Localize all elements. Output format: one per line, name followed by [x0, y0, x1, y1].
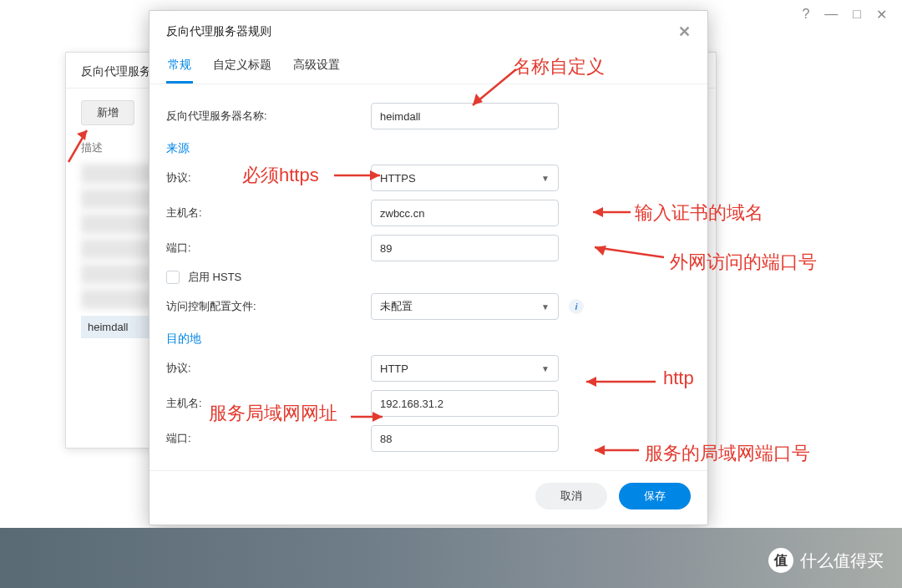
anno-name: 名称自定义: [513, 54, 605, 79]
save-button[interactable]: 保存: [619, 483, 691, 509]
section-source: 来源: [166, 141, 691, 156]
dst-protocol-select[interactable]: HTTP▼: [371, 355, 559, 382]
dst-host-value: 192.168.31.2: [380, 398, 443, 410]
src-host-input[interactable]: zwbcc.cn: [371, 200, 559, 226]
label-acl: 访问控制配置文件:: [166, 299, 371, 314]
anno-lan-addr: 服务局域网网址: [209, 401, 337, 426]
dst-protocol-value: HTTP: [380, 362, 408, 375]
anno-lan-port: 服务的局域网端口号: [645, 441, 810, 466]
add-button[interactable]: 新增: [81, 100, 134, 125]
dst-port-input[interactable]: 88: [371, 425, 559, 452]
src-port-value: 89: [380, 242, 392, 255]
minimize-icon[interactable]: —: [824, 7, 838, 23]
hsts-checkbox[interactable]: 启用 HSTS: [166, 270, 241, 285]
src-port-input[interactable]: 89: [371, 235, 559, 261]
label-src-port: 端口:: [166, 241, 371, 256]
tab-custom-header[interactable]: 自定义标题: [211, 49, 273, 84]
info-icon[interactable]: i: [569, 299, 584, 314]
name-input[interactable]: heimdall: [371, 103, 559, 129]
label-src-host: 主机名:: [166, 205, 371, 220]
dst-host-input[interactable]: 192.168.31.2: [371, 390, 559, 417]
chevron-down-icon: ▼: [541, 302, 550, 312]
chevron-down-icon: ▼: [541, 364, 550, 373]
anno-https: 必须https: [242, 163, 319, 188]
bottom-strip: [0, 528, 902, 588]
src-protocol-value: HTTPS: [380, 172, 416, 185]
src-host-value: zwbcc.cn: [380, 207, 424, 220]
hsts-label: 启用 HSTS: [188, 270, 241, 285]
src-protocol-select[interactable]: HTTPS▼: [371, 165, 559, 191]
checkbox-icon: [166, 271, 180, 284]
anno-http: http: [663, 368, 694, 389]
tab-advanced[interactable]: 高级设置: [291, 49, 342, 84]
tab-general[interactable]: 常规: [166, 49, 193, 84]
anno-wan-port: 外网访问的端口号: [670, 250, 817, 275]
close-icon[interactable]: ✕: [678, 23, 691, 41]
rule-dialog: 反向代理服务器规则 ✕ 常规 自定义标题 高级设置 反向代理服务器名称: hei…: [149, 10, 708, 525]
watermark: 值 什么值得买: [768, 548, 884, 573]
chevron-down-icon: ▼: [541, 174, 550, 183]
section-dest: 目的地: [166, 332, 691, 347]
name-value: heimdall: [380, 110, 420, 123]
dialog-title: 反向代理服务器规则: [166, 24, 271, 39]
label-dst-port: 端口:: [166, 431, 371, 446]
dst-port-value: 88: [380, 433, 392, 445]
close-window-icon[interactable]: ✕: [876, 7, 887, 23]
acl-value: 未配置: [380, 299, 413, 314]
watermark-text: 什么值得买: [800, 550, 884, 572]
label-dst-protocol: 协议:: [166, 361, 371, 376]
acl-select[interactable]: 未配置▼: [371, 293, 559, 320]
watermark-icon: 值: [768, 548, 793, 573]
maximize-icon[interactable]: □: [853, 7, 861, 23]
cancel-button[interactable]: 取消: [535, 483, 607, 509]
label-name: 反向代理服务器名称:: [166, 109, 371, 124]
help-icon[interactable]: ?: [802, 7, 809, 23]
anno-domain: 输入证书的域名: [635, 200, 763, 226]
